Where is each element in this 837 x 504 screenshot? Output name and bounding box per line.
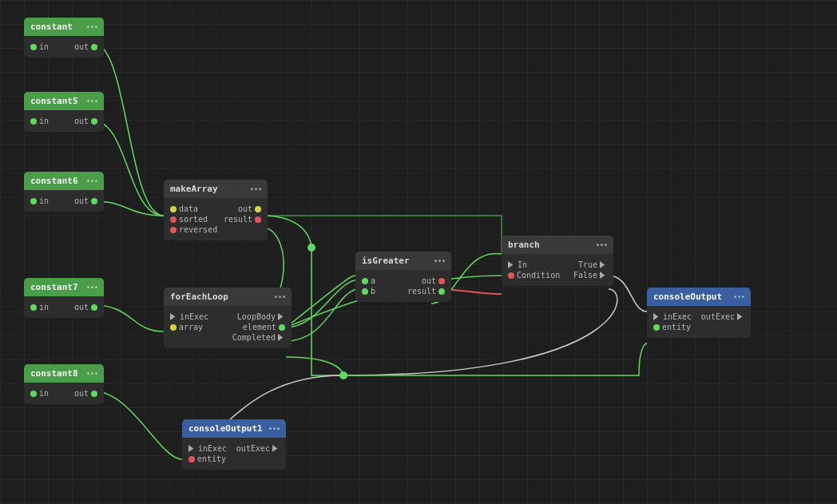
constant-in-dot bbox=[30, 44, 37, 50]
constant-node: constant in out bbox=[24, 18, 104, 58]
constant6-header[interactable]: constant6 bbox=[24, 172, 104, 190]
makearray-data-port: data bbox=[170, 204, 198, 213]
constant7-out-dot bbox=[91, 304, 97, 311]
foreachloop-loopbody-dot bbox=[278, 313, 285, 320]
constant5-title: constant5 bbox=[30, 96, 78, 106]
branch-condition-port: Condition bbox=[508, 271, 560, 280]
constant8-header[interactable]: constant8 bbox=[24, 364, 104, 383]
branch-in-port: In bbox=[508, 260, 527, 269]
constant6-out-dot bbox=[91, 198, 97, 204]
foreachloop-body: inExec LoopBody array element Completed bbox=[164, 306, 292, 348]
constant7-menu-icon[interactable] bbox=[87, 286, 97, 288]
isgreater-a-dot bbox=[362, 278, 368, 284]
isgreater-b-dot bbox=[362, 288, 368, 295]
foreachloop-node: forEachLoop inExec LoopBody array elemen… bbox=[164, 288, 292, 348]
branch-false-exec bbox=[600, 272, 607, 279]
constant6-in-dot bbox=[30, 198, 37, 204]
consoleoutput1-entity-dot bbox=[188, 456, 195, 462]
constant7-out-port: out bbox=[74, 303, 97, 312]
isgreater-out-port: out bbox=[422, 276, 445, 285]
consoleoutput-outexec-port: outExec bbox=[701, 312, 744, 321]
consoleoutput1-outexec-port: outExec bbox=[236, 444, 280, 453]
constant5-node: constant5 in out bbox=[24, 92, 104, 132]
consoleoutput-title: consoleOutput bbox=[653, 292, 722, 302]
foreachloop-element-dot bbox=[279, 324, 285, 331]
consoleoutput-entity-port: entity bbox=[653, 323, 691, 331]
branch-true-exec bbox=[600, 261, 607, 268]
foreachloop-inexec-port: inExec bbox=[170, 312, 208, 321]
foreachloop-array-dot bbox=[170, 324, 177, 331]
constant-menu-icon[interactable] bbox=[87, 26, 97, 28]
constant6-in-port: in bbox=[30, 196, 49, 205]
constant6-node: constant6 in out bbox=[24, 172, 104, 212]
constant-header[interactable]: constant bbox=[24, 18, 104, 36]
constant7-node: constant7 in out bbox=[24, 278, 104, 318]
foreachloop-array-port: array bbox=[170, 323, 203, 331]
consoleoutput1-outexec-dot bbox=[272, 445, 280, 452]
constant8-body: in out bbox=[24, 383, 104, 404]
branch-title: branch bbox=[508, 240, 540, 250]
consoleoutput1-inexec-port: inExec bbox=[188, 444, 227, 453]
constant8-node: constant8 in out bbox=[24, 364, 104, 404]
makearray-result-port: result bbox=[224, 215, 261, 224]
makearray-menu-icon[interactable] bbox=[251, 188, 261, 190]
constant8-in-dot bbox=[30, 391, 37, 397]
constant-body: in out bbox=[24, 36, 104, 58]
foreachloop-element-port: element bbox=[243, 323, 285, 331]
constant7-in-port: in bbox=[30, 303, 49, 312]
foreachloop-menu-icon[interactable] bbox=[275, 296, 285, 298]
isgreater-result-port: result bbox=[407, 287, 445, 296]
branch-header[interactable]: branch bbox=[502, 236, 613, 254]
isgreater-result-dot bbox=[438, 288, 445, 295]
makearray-title: makeArray bbox=[170, 184, 218, 194]
constant5-in-dot bbox=[30, 118, 37, 125]
consoleoutput-header[interactable]: consoleOutput bbox=[647, 288, 751, 306]
constant7-header[interactable]: constant7 bbox=[24, 278, 104, 296]
foreachloop-title: forEachLoop bbox=[170, 292, 228, 302]
constant5-header[interactable]: constant5 bbox=[24, 92, 104, 110]
makearray-header[interactable]: makeArray bbox=[164, 180, 268, 198]
constant8-in-port: in bbox=[30, 389, 49, 398]
consoleoutput1-menu-icon[interactable] bbox=[269, 427, 280, 430]
branch-in-exec bbox=[508, 261, 515, 268]
constant-in-port: in bbox=[30, 42, 49, 51]
foreachloop-loopbody-port: LoopBody bbox=[237, 312, 285, 321]
branch-true-port: True bbox=[578, 260, 607, 269]
isgreater-body: a out b result bbox=[355, 270, 451, 302]
consoleoutput-entity-dot bbox=[653, 324, 660, 331]
foreachloop-header[interactable]: forEachLoop bbox=[164, 288, 292, 306]
branch-false-port: False bbox=[573, 271, 607, 280]
constant5-out-dot bbox=[91, 118, 97, 125]
isgreater-node: isGreater a out b result bbox=[355, 252, 451, 302]
consoleoutput-body: inExec outExec entity bbox=[647, 306, 751, 338]
branch-menu-icon[interactable] bbox=[597, 244, 607, 246]
makearray-out-dot bbox=[255, 206, 261, 212]
isgreater-out-dot bbox=[438, 278, 445, 284]
constant8-menu-icon[interactable] bbox=[87, 372, 97, 375]
constant5-in-port: in bbox=[30, 117, 49, 125]
consoleoutput1-header[interactable]: consoleOutput1 bbox=[182, 419, 286, 438]
constant5-menu-icon[interactable] bbox=[87, 100, 97, 102]
foreachloop-inexec-dot bbox=[170, 313, 177, 320]
isgreater-title: isGreater bbox=[362, 256, 410, 266]
isgreater-b-port: b bbox=[362, 287, 375, 296]
consoleoutput1-title: consoleOutput1 bbox=[188, 423, 263, 434]
makearray-body: data out sorted result reversed bbox=[164, 198, 268, 240]
makearray-data-dot bbox=[170, 206, 177, 212]
constant7-title: constant7 bbox=[30, 282, 78, 292]
svg-point-1 bbox=[307, 244, 315, 252]
consoleoutput-node: consoleOutput inExec outExec entity bbox=[647, 288, 751, 338]
svg-point-0 bbox=[339, 371, 347, 379]
constant7-body: in out bbox=[24, 296, 104, 318]
constant8-out-port: out bbox=[74, 389, 97, 398]
consoleoutput-menu-icon[interactable] bbox=[734, 296, 744, 298]
constant6-menu-icon[interactable] bbox=[87, 180, 97, 182]
constant6-out-port: out bbox=[74, 196, 97, 205]
makearray-out-port: out bbox=[238, 204, 261, 213]
consoleoutput-outexec-dot bbox=[737, 313, 744, 320]
makearray-node: makeArray data out sorted result bbox=[164, 180, 268, 240]
constant6-body: in out bbox=[24, 190, 104, 212]
isgreater-menu-icon[interactable] bbox=[434, 260, 445, 262]
isgreater-header[interactable]: isGreater bbox=[355, 252, 451, 270]
constant-title: constant bbox=[30, 22, 73, 32]
